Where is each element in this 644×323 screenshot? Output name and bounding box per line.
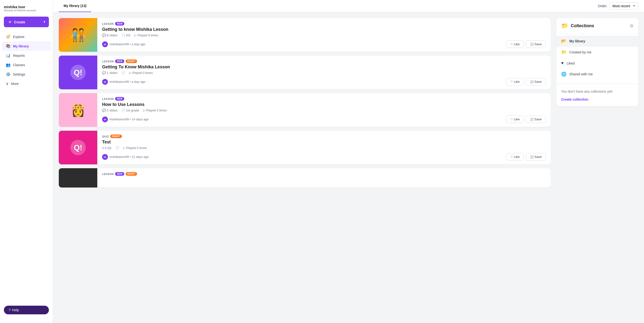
meta-grade: 📄 1st grade <box>122 109 139 112</box>
heart-icon: ♥ <box>561 61 564 66</box>
card-thumbnail <box>59 168 97 188</box>
badge-new: NEW <box>115 97 124 101</box>
sidebar-item-explore-label: Explore <box>13 35 24 39</box>
card-meta: 💬 2 slides 📄 1st grade ▷ Played 3 times <box>102 109 546 112</box>
sidebar-item-reports[interactable]: 📊 Reports <box>2 51 51 60</box>
explore-icon: 🧭 <box>6 34 10 39</box>
plus-icon: ＋ <box>8 19 12 25</box>
badge-new: NEW <box>115 59 124 63</box>
collection-item-my-library[interactable]: 📂 My library <box>556 36 638 47</box>
card-type-label: LESSON <box>102 22 114 25</box>
order-section: Order: Most recent Oldest A-Z Z-A <box>598 2 638 10</box>
card-body: LESSON NEW How to Use Lessons 💬 2 slides… <box>97 93 550 127</box>
meta-slides: 💬 2 slides <box>102 109 118 112</box>
meta-grade: 📄 KG <box>122 33 130 37</box>
thumb-q: Q! <box>70 140 86 155</box>
like-button[interactable]: ♡ Like <box>506 153 524 161</box>
card-type-label: LESSON <box>102 97 114 100</box>
collection-item-liked[interactable]: ♥ Liked <box>556 58 638 69</box>
collections-title: Collections <box>571 23 594 28</box>
meta-plays: ▷ Played 0 times <box>123 146 147 150</box>
sidebar-item-more[interactable]: ∨ More <box>2 79 51 88</box>
badge-new: NEW <box>115 172 124 176</box>
tab-my-library[interactable]: My library (13) <box>59 0 91 12</box>
reports-icon: 📊 <box>6 53 10 58</box>
thumb-emoji: 👸 <box>70 103 86 117</box>
card-meta: 💬 8 slides 📄 KG ▷ Played 0 times <box>102 33 546 37</box>
collections-panel: 📁 Collections ⊙ 📂 My library 📁 Created b… <box>556 18 638 106</box>
card-type-row: LESSON NEW <box>102 22 546 25</box>
sidebar-item-classes[interactable]: 👥 Classes <box>2 60 51 69</box>
order-label: Order: <box>598 4 608 8</box>
badge-draft: DRAFT <box>110 135 122 138</box>
card-type-label: LESSON <box>102 60 114 63</box>
sidebar-item-explore[interactable]: 🧭 Explore <box>2 32 51 41</box>
save-button[interactable]: ⬜ Save <box>526 115 546 123</box>
meta-grade: 📄 <box>115 146 119 150</box>
folder-icon: 📁 <box>561 49 566 55</box>
card-type-label: QUIZ <box>102 135 109 138</box>
sidebar-item-classes-label: Classes <box>13 63 25 67</box>
table-row: Q! QUIZ DRAFT Test ≡ 0 Qs 📄 ▷ Played 0 t… <box>59 131 550 164</box>
card-title: Getting To Know Mishika Lesson <box>102 64 546 69</box>
order-select[interactable]: Most recent Oldest A-Z Z-A <box>609 2 638 10</box>
open-folder-icon: 📂 <box>561 38 566 44</box>
like-button[interactable]: ♡ Like <box>506 40 524 48</box>
card-type-row: LESSON NEW <box>102 97 546 101</box>
meta-questions: ≡ 0 Qs <box>102 146 112 150</box>
badge-draft: DRAFT <box>126 59 137 63</box>
collections-chevron-icon[interactable]: ⊙ <box>630 23 634 28</box>
thumb-emoji: 🧑‍🤝‍🧑 <box>70 28 86 42</box>
card-type-row: LESSON NEW DRAFT <box>102 59 546 63</box>
badge-draft: DRAFT <box>126 172 137 176</box>
sidebar-item-reports-label: Reports <box>13 54 25 57</box>
meta-slides: 💬 8 slides <box>102 33 118 37</box>
create-button[interactable]: ＋ Create ▾ <box>4 16 49 27</box>
sidebar-item-my-library[interactable]: 📚 My library <box>2 41 51 51</box>
user-info: mishika toor Schools & Districts account <box>0 5 53 16</box>
like-button[interactable]: ♡ Like <box>506 78 524 85</box>
collection-item-shared-with-me[interactable]: 🌐 Shared with me <box>556 69 638 80</box>
card-footer: m mishikatoor99 • a day ago ♡ Like ⬜ Sav… <box>102 78 546 85</box>
no-collections-text: You don't have any collections yet! <box>556 86 638 97</box>
badge-new: NEW <box>115 22 124 25</box>
create-label: Create <box>14 20 25 24</box>
save-button[interactable]: ⬜ Save <box>526 78 546 85</box>
card-type-row: LESSON NEW DRAFT <box>102 172 546 176</box>
save-button[interactable]: ⬜ Save <box>526 153 546 161</box>
table-row: 🧑‍🤝‍🧑 LESSON NEW Getting to know Mishika… <box>59 18 550 52</box>
create-collection-link[interactable]: Create collection <box>556 97 593 106</box>
card-actions: ♡ Like ⬜ Save <box>506 78 546 85</box>
card-author: m mishikatoor99 • 14 days ago <box>102 116 149 122</box>
collection-item-liked-label: Liked <box>567 61 575 65</box>
folder-icon: 📁 <box>561 22 568 29</box>
chevron-down-icon: ▾ <box>44 20 45 23</box>
sidebar-item-settings-label: Settings <box>13 72 25 76</box>
card-meta: ≡ 0 Qs 📄 ▷ Played 0 times <box>102 146 546 150</box>
like-button[interactable]: ♡ Like <box>506 115 524 123</box>
help-label: Help <box>12 308 19 312</box>
card-actions: ♡ Like ⬜ Save <box>506 40 546 48</box>
user-name: mishika toor <box>4 5 49 9</box>
meta-plays: ▷ Played 3 times <box>143 109 167 112</box>
sidebar-nav: 🧭 Explore 📚 My library 📊 Reports 👥 Class… <box>0 32 53 88</box>
collection-items: 📂 My library 📁 Created by me ♥ Liked 🌐 S… <box>556 34 638 82</box>
sidebar: mishika toor Schools & Districts account… <box>0 0 53 323</box>
sidebar-item-my-library-label: My library <box>13 44 29 48</box>
collections-header: 📁 Collections ⊙ <box>556 18 638 34</box>
settings-icon: ⚙️ <box>6 72 10 76</box>
meta-plays: ▷ Played 0 times <box>134 33 158 37</box>
collection-item-my-library-label: My library <box>569 39 585 43</box>
collection-item-created-by-me[interactable]: 📁 Created by me <box>556 47 638 58</box>
sidebar-item-settings[interactable]: ⚙️ Settings <box>2 69 51 79</box>
tab-bar: My library (13) Order: Most recent Oldes… <box>53 0 644 12</box>
save-button[interactable]: ⬜ Save <box>526 40 546 48</box>
help-button[interactable]: ? Help <box>4 306 49 314</box>
help-icon: ? <box>9 308 10 312</box>
author-name: mishikatoor99 • 21 days ago <box>109 155 149 159</box>
table-row: LESSON NEW DRAFT <box>59 168 550 188</box>
card-type-label: LESSON <box>102 173 114 175</box>
avatar: m <box>102 79 108 85</box>
thumb-q: Q! <box>70 65 86 80</box>
card-footer: m mishikatoor99 • a day ago ♡ Like ⬜ Sav… <box>102 40 546 48</box>
